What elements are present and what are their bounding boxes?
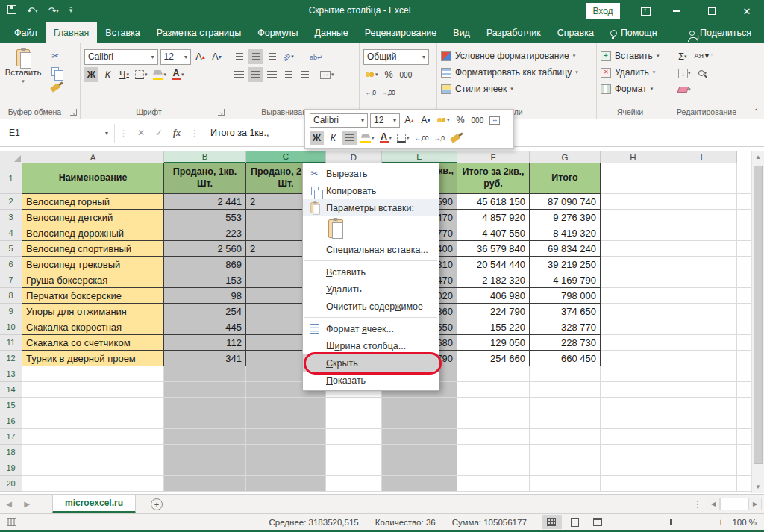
row-header-20[interactable]: 20	[0, 476, 22, 492]
horizontal-scroll-thumb[interactable]	[720, 498, 748, 510]
redo-icon[interactable]: ↷▾	[48, 4, 58, 18]
menu-item-insert[interactable]: Вставить	[303, 263, 439, 281]
cell-A10[interactable]: Скакалка скоростная	[22, 319, 164, 335]
autosum-button[interactable]: Σ▾	[678, 51, 687, 62]
normal-view-icon[interactable]	[542, 515, 562, 529]
cell-B12[interactable]: 341	[164, 351, 246, 366]
cell-D20[interactable]	[326, 476, 382, 492]
menu-item-paste-option-keep[interactable]	[303, 216, 439, 241]
cell-I17[interactable]	[666, 429, 737, 445]
customize-qat-icon[interactable]: ▾̄	[69, 4, 73, 18]
comma-style-button[interactable]: 000	[398, 67, 414, 82]
cell-I4[interactable]	[666, 225, 737, 241]
cell-F19[interactable]	[457, 460, 530, 476]
scroll-left-icon[interactable]: ◀	[707, 498, 720, 510]
scroll-down-icon[interactable]: ▼	[752, 481, 764, 493]
insert-cells-button[interactable]: Вставить▾	[601, 48, 670, 64]
align-center-icon[interactable]	[248, 67, 263, 82]
cell-I9[interactable]	[666, 304, 737, 319]
bold-button[interactable]: Ж	[84, 67, 98, 82]
menu-item-column-width[interactable]: Ширина столбца...	[303, 337, 439, 354]
ribbon-tab-assistant[interactable]: Помощн	[602, 22, 666, 43]
row-header-1[interactable]: 1	[0, 163, 22, 194]
ribbon-tab-file[interactable]: Файл	[6, 22, 46, 43]
fill-color-button[interactable]: ▾	[151, 67, 169, 82]
cell-G2[interactable]: 87 090 740	[530, 194, 601, 210]
row-header-11[interactable]: 11	[0, 335, 22, 351]
cell-H5[interactable]	[601, 241, 666, 257]
cell-I14[interactable]	[666, 382, 737, 398]
cell-F14[interactable]	[457, 382, 530, 398]
mini-borders-button[interactable]: ▾	[395, 131, 411, 145]
cell-A17[interactable]	[22, 429, 164, 445]
cell-A5[interactable]: Велосипед спортивный	[22, 241, 164, 257]
cell-B10[interactable]: 445	[164, 319, 246, 335]
row-header-7[interactable]: 7	[0, 272, 22, 288]
format-button[interactable]: Формат▾	[601, 81, 670, 97]
clipboard-dialog-launcher-icon[interactable]	[70, 109, 77, 116]
align-right-icon[interactable]	[265, 67, 279, 82]
row-header-19[interactable]: 19	[0, 460, 22, 476]
mini-merge-icon[interactable]	[487, 113, 501, 128]
horizontal-scrollbar[interactable]: ◀ ▶	[707, 498, 762, 510]
cell-F11[interactable]: 129 050	[457, 335, 530, 351]
menu-item-cut[interactable]: Вырезать	[303, 165, 439, 182]
ribbon-tab-formulas[interactable]: Формулы	[249, 22, 306, 43]
mini-shrink-font-button[interactable]: А▾	[419, 113, 433, 128]
cell-G13[interactable]	[530, 366, 601, 382]
column-header-D[interactable]: D	[326, 151, 382, 163]
row-header-16[interactable]: 16	[0, 413, 22, 429]
find-select-icon[interactable]: ▾	[698, 67, 707, 78]
insert-function-icon[interactable]: fx	[168, 128, 186, 139]
row-header-8[interactable]: 8	[0, 288, 22, 304]
cell-B13[interactable]	[164, 366, 246, 382]
row-header-17[interactable]: 17	[0, 429, 22, 445]
cell-D19[interactable]	[326, 460, 382, 476]
cell-H1[interactable]	[601, 163, 666, 194]
new-sheet-icon[interactable]: +	[151, 498, 163, 510]
cell-F1[interactable]: Итого за 2кв.,руб.	[457, 163, 530, 194]
column-header-A[interactable]: A	[22, 151, 164, 163]
cell-A7[interactable]: Груша боксерская	[22, 272, 164, 288]
formula-bar-input[interactable]: Итого за 1кв.,	[203, 128, 272, 138]
cell-A3[interactable]: Велосипед детский	[22, 210, 164, 225]
mini-percent-button[interactable]: %	[454, 113, 468, 128]
font-dialog-launcher-icon[interactable]	[218, 109, 225, 116]
close-button[interactable]	[734, 0, 760, 22]
cell-G3[interactable]: 9 276 390	[530, 210, 601, 225]
format-painter-icon[interactable]	[47, 81, 63, 94]
cell-A16[interactable]	[22, 413, 164, 429]
cell-F16[interactable]	[457, 413, 530, 429]
row-header-4[interactable]: 4	[0, 225, 22, 241]
ribbon-tab-developer[interactable]: Разработчик	[478, 22, 549, 43]
delete-cells-button[interactable]: Удалить▾	[601, 64, 670, 81]
menu-item-hide[interactable]: Скрыть	[303, 354, 439, 372]
mini-decrease-decimal-icon[interactable]: →,0	[432, 131, 446, 145]
cell-F5[interactable]: 36 579 840	[457, 241, 530, 257]
cell-A19[interactable]	[22, 460, 164, 476]
cell-F3[interactable]: 4 857 920	[457, 210, 530, 225]
cell-C15[interactable]	[246, 398, 326, 413]
save-icon[interactable]	[7, 4, 16, 18]
underline-button[interactable]: Ч▾	[117, 67, 131, 82]
align-left-icon[interactable]	[232, 67, 246, 82]
row-header-15[interactable]: 15	[0, 398, 22, 413]
cell-B19[interactable]	[164, 460, 246, 476]
cell-G15[interactable]	[530, 398, 601, 413]
cell-H18[interactable]	[601, 445, 666, 460]
mini-fill-color-button[interactable]: ▾	[359, 131, 376, 145]
cell-D18[interactable]	[326, 445, 382, 460]
mini-bold-button[interactable]: Ж	[310, 131, 324, 145]
undo-icon[interactable]: ↶▾	[27, 4, 37, 18]
cell-E18[interactable]	[382, 445, 457, 460]
cell-G8[interactable]: 798 000	[530, 288, 601, 304]
cell-B3[interactable]: 553	[164, 210, 246, 225]
ribbon-tab-home[interactable]: Главная	[46, 22, 98, 43]
cell-B7[interactable]: 153	[164, 272, 246, 288]
cell-F7[interactable]: 2 182 320	[457, 272, 530, 288]
row-header-10[interactable]: 10	[0, 319, 22, 335]
cell-I10[interactable]	[666, 319, 737, 335]
sheet-nav-left-icon[interactable]: ◀	[0, 500, 18, 508]
cell-I19[interactable]	[666, 460, 737, 476]
cell-A14[interactable]	[22, 382, 164, 398]
